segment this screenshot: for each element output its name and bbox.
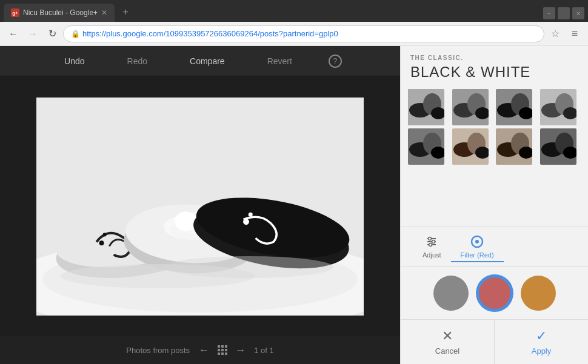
window-control-maximize[interactable] xyxy=(558,7,570,19)
revert-button[interactable]: Revert xyxy=(261,53,298,70)
back-icon: ← xyxy=(8,28,18,39)
eclair-photo xyxy=(36,98,364,316)
apply-icon: ✓ xyxy=(536,328,547,344)
grid-dot xyxy=(221,352,224,355)
menu-button[interactable]: ≡ xyxy=(566,25,583,42)
tab-favicon: g+ xyxy=(11,8,19,17)
prev-photo-button[interactable]: ← xyxy=(198,344,209,357)
filter-red-icon xyxy=(470,234,484,249)
tab-title: Nicu Buculei - Google+ xyxy=(23,8,98,17)
window-control-minimize[interactable]: − xyxy=(543,7,555,19)
tab-filter-red-label: Filter (Red) xyxy=(461,251,494,259)
grid-dot xyxy=(225,349,227,351)
filter-thumb-4[interactable] xyxy=(540,89,576,125)
filter-thumb-2[interactable] xyxy=(452,89,489,125)
window-controls: − ✕ xyxy=(543,7,584,19)
adjust-icon xyxy=(424,234,439,249)
filter-thumb-1[interactable] xyxy=(408,89,444,125)
filter-thumb-7[interactable] xyxy=(496,128,532,165)
filter-thumb-3[interactable] xyxy=(496,89,532,125)
left-arrow-icon: ← xyxy=(198,344,209,356)
filter-subtitle: THE CLASSIC. xyxy=(410,55,578,61)
grid-dot xyxy=(225,345,227,348)
back-button[interactable]: ← xyxy=(5,25,22,42)
url-text: https://plus.google.com/1099353957266360… xyxy=(82,29,536,38)
svg-point-19 xyxy=(164,256,333,278)
svg-point-56 xyxy=(432,240,435,243)
active-tab[interactable]: g+ Nicu Buculei - Google+ ✕ xyxy=(4,4,115,22)
action-buttons: ✕ Cancel ✓ Apply xyxy=(401,319,588,364)
lock-icon: 🔒 xyxy=(71,30,80,38)
next-photo-button[interactable]: → xyxy=(235,344,246,357)
reload-icon: ↻ xyxy=(48,28,56,39)
redo-button[interactable]: Redo xyxy=(121,53,153,70)
photos-source-label: Photos from posts xyxy=(126,346,190,355)
svg-point-59 xyxy=(475,240,479,243)
swatch-red[interactable] xyxy=(477,276,512,311)
star-icon: ☆ xyxy=(551,28,560,39)
app-container: Undo Redo Compare Revert ? xyxy=(0,46,588,364)
cancel-icon: ✕ xyxy=(442,328,453,344)
help-button[interactable]: ? xyxy=(329,55,342,68)
new-tab-button[interactable]: + xyxy=(117,4,134,21)
tab-close-icon[interactable]: ✕ xyxy=(101,8,107,17)
new-tab-icon: + xyxy=(122,7,128,18)
grid-dot xyxy=(221,349,224,351)
apply-button[interactable]: ✓ Apply xyxy=(495,320,588,364)
svg-point-57 xyxy=(429,243,432,247)
tab-adjust-label: Adjust xyxy=(423,251,441,259)
nav-bar: ← → ↻ 🔒 https://plus.google.com/10993539… xyxy=(0,22,588,46)
filter-title: BLACK & WHITE xyxy=(410,64,578,81)
tab-adjust[interactable]: Adjust xyxy=(413,232,451,262)
control-tabs: Adjust Filter (Red) xyxy=(401,227,588,267)
apply-label: Apply xyxy=(532,346,552,356)
grid-dot xyxy=(218,345,220,348)
filter-header: THE CLASSIC. BLACK & WHITE xyxy=(401,46,588,85)
grid-dot xyxy=(218,352,220,355)
tab-bar: g+ Nicu Buculei - Google+ ✕ + − ✕ xyxy=(0,0,588,22)
photo-container xyxy=(36,98,364,316)
hamburger-icon: ≡ xyxy=(572,27,578,40)
right-arrow-icon: → xyxy=(235,344,246,356)
filter-thumb-6[interactable] xyxy=(452,128,489,165)
cancel-label: Cancel xyxy=(435,346,459,356)
photo-bottom-bar: Photos from posts ← → 1 of 1 xyxy=(0,336,400,364)
browser-chrome: g+ Nicu Buculei - Google+ ✕ + − ✕ ← → ↻ … xyxy=(0,0,588,46)
reload-button[interactable]: ↻ xyxy=(44,25,61,42)
window-control-close[interactable]: ✕ xyxy=(572,7,584,19)
grid-view-button[interactable] xyxy=(218,345,226,355)
photo-page-label: 1 of 1 xyxy=(254,346,274,355)
swatch-gray[interactable] xyxy=(433,276,469,311)
cancel-button[interactable]: ✕ Cancel xyxy=(401,320,495,364)
compare-button[interactable]: Compare xyxy=(184,53,231,70)
svg-point-55 xyxy=(429,237,432,240)
grid-dot xyxy=(221,345,224,348)
photo-area xyxy=(0,76,400,336)
question-mark-icon: ? xyxy=(333,56,337,65)
forward-icon: → xyxy=(28,28,38,39)
tab-filter-red[interactable]: Filter (Red) xyxy=(451,232,504,262)
editor-toolbar: Undo Redo Compare Revert ? xyxy=(0,46,400,76)
color-swatches-container xyxy=(401,267,588,319)
filter-panel: THE CLASSIC. BLACK & WHITE xyxy=(400,46,588,364)
editor-panel: Undo Redo Compare Revert ? xyxy=(0,46,400,364)
bookmark-button[interactable]: ☆ xyxy=(547,25,564,42)
filter-thumb-8[interactable] xyxy=(540,128,576,165)
grid-dot xyxy=(225,352,227,355)
grid-dot xyxy=(218,349,220,351)
address-bar[interactable]: 🔒 https://plus.google.com/10993539572663… xyxy=(63,25,544,42)
swatch-orange[interactable] xyxy=(521,276,556,311)
undo-button[interactable]: Undo xyxy=(58,53,90,70)
filter-thumb-5[interactable] xyxy=(408,128,444,165)
filter-thumbnails xyxy=(401,85,588,168)
forward-button[interactable]: → xyxy=(24,25,41,42)
